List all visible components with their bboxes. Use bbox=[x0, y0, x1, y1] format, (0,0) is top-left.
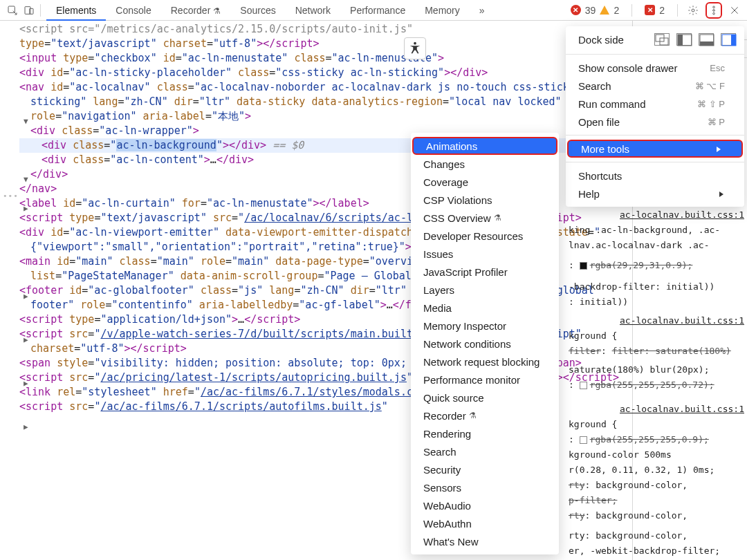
panel-tabs: Elements Console Recorder⚗ Sources Netwo… bbox=[46, 0, 495, 21]
dock-side-row: Dock side bbox=[566, 30, 744, 50]
menu-divider bbox=[566, 54, 744, 55]
menu-shortcuts[interactable]: Shortcuts bbox=[566, 167, 744, 185]
error-icon: ✕ bbox=[571, 5, 581, 15]
svg-rect-13 bbox=[700, 41, 714, 46]
submenu-arrow-icon bbox=[715, 143, 722, 155]
svg-point-6 bbox=[713, 12, 715, 15]
dock-left-icon[interactable] bbox=[676, 33, 692, 46]
dom-line: <script src="/metrics/ac-analytics/2.15.… bbox=[19, 23, 413, 35]
tool-performance-monitor[interactable]: Performance monitor bbox=[411, 371, 559, 389]
menu-help[interactable]: Help bbox=[566, 185, 744, 203]
tool-csp-violations[interactable]: CSP Violations bbox=[411, 191, 559, 209]
tool-rendering[interactable]: Rendering bbox=[411, 424, 559, 442]
separator bbox=[677, 4, 678, 17]
tool-webaudio[interactable]: WebAudio bbox=[411, 496, 559, 514]
inspect-icon[interactable] bbox=[4, 2, 21, 19]
tool-sensors[interactable]: Sensors bbox=[411, 478, 559, 496]
settings-menu: Dock side Show console drawerEsc Search⌘… bbox=[566, 26, 744, 207]
css-file-link[interactable]: ac-localnav.built.css:1 bbox=[569, 313, 744, 328]
menu-open-file[interactable]: Open file⌘ P bbox=[566, 113, 744, 131]
dock-undock-icon[interactable] bbox=[654, 33, 670, 46]
tool-coverage[interactable]: Coverage bbox=[411, 173, 559, 191]
svg-point-3 bbox=[692, 9, 694, 12]
tool-quick-source[interactable]: Quick source bbox=[411, 389, 559, 407]
tab-recorder[interactable]: Recorder⚗ bbox=[161, 0, 231, 21]
tool-media[interactable]: Media bbox=[411, 299, 559, 317]
tool-recorder[interactable]: Recorder⚗ bbox=[411, 407, 559, 424]
error-count: 39 bbox=[585, 5, 596, 16]
blocked-counter[interactable]: ✕2 bbox=[638, 3, 672, 17]
tab-network[interactable]: Network bbox=[286, 0, 340, 21]
menu-more-tools[interactable]: More tools bbox=[567, 140, 743, 158]
devtools-toolbar: Elements Console Recorder⚗ Sources Netwo… bbox=[0, 0, 747, 21]
tool-security[interactable]: Security bbox=[411, 460, 559, 478]
separator bbox=[40, 4, 41, 17]
cursor-marker: == $0 bbox=[266, 139, 304, 151]
menu-show-console-drawer[interactable]: Show console drawerEsc bbox=[566, 59, 744, 77]
tool-network-blocking[interactable]: Network request blocking bbox=[411, 353, 559, 371]
tool-layers[interactable]: Layers bbox=[411, 281, 559, 299]
tool-memory-inspector[interactable]: Memory Inspector bbox=[411, 317, 559, 335]
tool-js-profiler[interactable]: JavaScript Profiler bbox=[411, 263, 559, 281]
tool-network-conditions[interactable]: Network conditions bbox=[411, 335, 559, 353]
svg-rect-11 bbox=[678, 35, 683, 46]
svg-point-4 bbox=[713, 6, 715, 8]
separator bbox=[631, 4, 632, 17]
tab-console[interactable]: Console bbox=[106, 0, 160, 21]
tab-memory[interactable]: Memory bbox=[415, 0, 470, 21]
settings-gear-icon[interactable] bbox=[685, 2, 701, 19]
css-file-link[interactable]: ac-localnav.built.css:1 bbox=[569, 402, 744, 416]
tool-css-overview[interactable]: CSS Overview⚗ bbox=[411, 209, 559, 227]
dock-right-icon[interactable] bbox=[721, 33, 736, 46]
submenu-arrow-icon bbox=[718, 188, 725, 200]
tab-performance[interactable]: Performance bbox=[340, 0, 415, 21]
svg-rect-2 bbox=[30, 8, 33, 14]
tool-animations[interactable]: Animations bbox=[412, 137, 557, 155]
tool-issues[interactable]: Issues bbox=[411, 245, 559, 263]
warning-icon bbox=[600, 6, 609, 15]
tab-sources[interactable]: Sources bbox=[230, 0, 285, 21]
svg-point-5 bbox=[713, 9, 715, 11]
dock-bottom-icon[interactable] bbox=[699, 33, 714, 46]
css-file-link[interactable]: ac-localnav.built.css:1 bbox=[569, 207, 744, 222]
toolbar-right: ✕39 2 ✕2 bbox=[564, 2, 743, 19]
tool-webauthn[interactable]: WebAuthn bbox=[411, 514, 559, 532]
menu-divider bbox=[566, 162, 744, 162]
tabs-overflow[interactable]: » bbox=[470, 0, 495, 21]
menu-search[interactable]: Search⌘ ⌥ F bbox=[566, 77, 744, 95]
device-toolbar-icon[interactable] bbox=[21, 2, 37, 19]
dock-side-label: Dock side bbox=[578, 34, 624, 46]
blocked-icon: ✕ bbox=[645, 5, 655, 15]
warning-count: 2 bbox=[614, 5, 619, 16]
svg-rect-15 bbox=[731, 35, 736, 46]
more-tools-menu: Animations Changes Coverage CSP Violatio… bbox=[411, 133, 559, 554]
tab-elements[interactable]: Elements bbox=[46, 0, 106, 21]
close-icon[interactable] bbox=[726, 2, 743, 19]
blocked-count: 2 bbox=[659, 5, 665, 16]
tool-developer-resources[interactable]: Developer Resources bbox=[411, 227, 559, 245]
css-rules-panel[interactable]: ac-localnav.built.css:1 king .ac-ln-back… bbox=[563, 202, 746, 559]
menu-run-command[interactable]: Run command⌘ ⇧ P bbox=[566, 95, 744, 113]
menu-divider bbox=[566, 135, 744, 136]
svg-point-7 bbox=[414, 42, 416, 45]
tool-whats-new[interactable]: What's New bbox=[411, 532, 559, 550]
accessibility-icon[interactable] bbox=[404, 37, 426, 59]
tool-changes[interactable]: Changes bbox=[411, 155, 559, 173]
kebab-menu-icon[interactable] bbox=[706, 2, 722, 19]
tool-search[interactable]: Search bbox=[411, 442, 559, 460]
issues-counter[interactable]: ✕39 2 bbox=[564, 3, 626, 17]
